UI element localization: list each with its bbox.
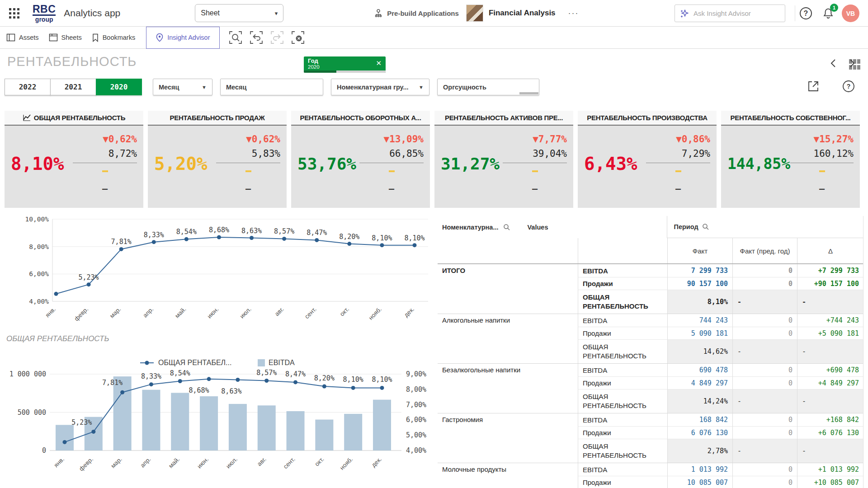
pivot-prev-year-cell[interactable]: - bbox=[732, 389, 797, 413]
pivot-delta-cell[interactable]: +5 090 181 bbox=[797, 327, 863, 339]
data-point[interactable] bbox=[54, 292, 58, 296]
pivot-subheader[interactable]: Δ bbox=[797, 238, 863, 263]
pivot-fact-cell[interactable]: 90 157 100 bbox=[667, 277, 732, 290]
pivot-subheader[interactable]: Факт bbox=[667, 238, 732, 263]
data-point[interactable] bbox=[149, 382, 153, 386]
pivot-measure-cell[interactable]: Продажи bbox=[578, 277, 667, 290]
pivot-fact-cell[interactable]: 5 090 181 bbox=[667, 327, 732, 339]
pivot-fact-cell[interactable]: 744 243 bbox=[667, 314, 732, 327]
data-point[interactable] bbox=[184, 237, 189, 241]
notifications-button[interactable]: 1 bbox=[822, 7, 835, 20]
profitability-combo-chart[interactable]: ОБЩАЯ РЕНТАБЕЛЬНОСТЬОБЩАЯ РЕНТАБЕЛ...EBI… bbox=[5, 331, 432, 488]
pivot-delta-cell[interactable]: +10 085 007 bbox=[797, 476, 863, 488]
user-avatar[interactable]: VB bbox=[842, 5, 859, 22]
pivot-measure-cell[interactable]: EBITDA bbox=[578, 463, 667, 476]
ebitda-bar[interactable] bbox=[315, 420, 333, 450]
year-button-2020[interactable]: 2020 bbox=[96, 79, 142, 95]
bookmarks-button[interactable]: Bookmarks bbox=[92, 33, 136, 42]
pivot-prev-year-cell[interactable]: 0 bbox=[732, 376, 797, 389]
more-options-button[interactable]: ··· bbox=[568, 9, 579, 18]
ebitda-bar[interactable] bbox=[56, 425, 74, 450]
ebitda-bar[interactable] bbox=[171, 393, 189, 450]
clear-selections-icon[interactable] bbox=[290, 30, 306, 45]
data-point[interactable] bbox=[236, 378, 240, 382]
pivot-measure-cell[interactable]: Продажи bbox=[578, 376, 667, 389]
kpi-card[interactable]: ОБЩАЯ РЕНТАБЕЛЬНОСТЬ8,10%▼0,62%8,72%– bbox=[5, 111, 143, 209]
pivot-prev-year-cell[interactable]: 0 bbox=[732, 463, 797, 476]
pivot-subheader[interactable]: Факт (пред. год) bbox=[732, 238, 797, 263]
pivot-prev-year-cell[interactable]: 0 bbox=[732, 327, 797, 339]
sheet-help-icon[interactable]: ? bbox=[842, 80, 855, 93]
pivot-table[interactable]: Номенклатурна...ValuesПериодФактФакт (пр… bbox=[438, 216, 863, 488]
data-point[interactable] bbox=[217, 235, 221, 239]
pivot-prev-year-cell[interactable]: 0 bbox=[732, 264, 797, 277]
pivot-fact-cell[interactable]: 6 076 130 bbox=[667, 426, 732, 439]
data-point[interactable] bbox=[91, 430, 95, 434]
data-point[interactable] bbox=[347, 242, 351, 246]
pivot-fact-cell[interactable]: 1 013 992 bbox=[667, 463, 732, 476]
data-point[interactable] bbox=[315, 238, 319, 242]
pivot-row-dimension[interactable]: Молочные продукты bbox=[438, 463, 578, 488]
pivot-prev-year-cell[interactable]: 0 bbox=[732, 277, 797, 290]
pivot-row-dimension[interactable]: Алкогольные напитки bbox=[438, 314, 578, 363]
pivot-prev-year-cell[interactable]: - bbox=[732, 439, 797, 463]
data-point[interactable] bbox=[119, 247, 123, 251]
pivot-measure-cell[interactable]: EBITDA bbox=[578, 264, 667, 277]
pivot-measure-cell[interactable]: Продажи bbox=[578, 327, 667, 339]
profitability-line-chart[interactable]: 10,00%8,00%6,00%4,00%янв.5,23%февр.7,81%… bbox=[5, 216, 432, 324]
month-listbox[interactable]: Месяц bbox=[220, 79, 323, 95]
undo-selection-icon[interactable] bbox=[249, 30, 264, 45]
pivot-fact-cell[interactable]: 2,78% bbox=[667, 439, 732, 463]
filter-chip-year[interactable]: Год 2020 ✕ bbox=[304, 56, 386, 73]
app-menu-icon[interactable] bbox=[8, 7, 20, 19]
ebitda-bar[interactable] bbox=[287, 411, 305, 450]
redo-selection-icon[interactable] bbox=[269, 30, 285, 45]
pivot-fact-cell[interactable]: 690 478 bbox=[667, 364, 732, 376]
legend-bar-label[interactable]: EBITDA bbox=[269, 359, 295, 366]
year-button-2021[interactable]: 2021 bbox=[50, 79, 96, 95]
pivot-prev-year-cell[interactable]: 0 bbox=[732, 426, 797, 439]
pivot-delta-cell[interactable]: +90 157 100 bbox=[797, 277, 863, 290]
pivot-measure-cell[interactable]: ОБЩАЯ РЕНТАБЕЛЬНОСТЬ bbox=[578, 290, 667, 314]
pivot-fact-cell[interactable]: 4 849 297 bbox=[667, 376, 732, 389]
pivot-delta-cell[interactable]: - bbox=[797, 389, 863, 413]
pivot-row-dimension[interactable]: Гастрономия bbox=[438, 413, 578, 463]
pivot-prev-year-cell[interactable]: - bbox=[732, 339, 797, 363]
data-point[interactable] bbox=[413, 243, 417, 247]
pivot-dimension-header[interactable]: Номенклатурна... bbox=[442, 224, 499, 231]
pivot-row-dimension[interactable]: Безалкогольные напитки bbox=[438, 364, 578, 413]
sheets-button[interactable]: Sheets bbox=[49, 33, 82, 42]
data-point[interactable] bbox=[250, 236, 254, 240]
data-point[interactable] bbox=[87, 282, 91, 286]
data-point[interactable] bbox=[380, 243, 384, 247]
assets-button[interactable]: Assets bbox=[6, 33, 39, 42]
search-icon[interactable] bbox=[503, 224, 510, 231]
data-point[interactable] bbox=[282, 237, 286, 241]
pivot-delta-cell[interactable]: +690 478 bbox=[797, 364, 863, 376]
data-point[interactable] bbox=[351, 386, 355, 390]
data-point[interactable] bbox=[120, 390, 124, 394]
sheet-selector-dropdown[interactable]: Sheet ▾ bbox=[195, 4, 283, 22]
pivot-fact-cell[interactable]: 14,62% bbox=[667, 339, 732, 363]
ebitda-bar[interactable] bbox=[344, 414, 362, 450]
pivot-values-header[interactable]: Values bbox=[528, 224, 548, 231]
insight-advisor-searchbox[interactable] bbox=[675, 5, 785, 22]
data-point[interactable] bbox=[322, 385, 326, 389]
pivot-measure-cell[interactable]: ОБЩАЯ РЕНТАБЕЛЬНОСТЬ bbox=[578, 389, 667, 413]
pivot-delta-cell[interactable]: +6 076 130 bbox=[797, 426, 863, 439]
ebitda-bar[interactable] bbox=[200, 396, 218, 450]
pivot-measure-cell[interactable]: Продажи bbox=[578, 476, 667, 488]
ebitda-bar[interactable] bbox=[373, 400, 391, 450]
pivot-delta-cell[interactable]: +744 243 bbox=[797, 314, 863, 327]
kpi-card[interactable]: РЕНТАБЕЛЬНОСТЬ ПРОИЗВОДСТВА6,43%▼0,86%7,… bbox=[578, 111, 717, 209]
ask-insight-advisor-input[interactable] bbox=[693, 9, 770, 17]
pivot-delta-cell[interactable]: +168 842 bbox=[797, 413, 863, 426]
kpi-card[interactable]: РЕНТАБЕЛЬНОСТЬ АКТИВОВ ПРЕ...31,27%▼7,77… bbox=[434, 111, 573, 209]
pivot-measure-cell[interactable]: EBITDA bbox=[578, 314, 667, 327]
pivot-period-header[interactable]: Период bbox=[674, 223, 698, 230]
kpi-card[interactable]: РЕНТАБЕЛЬНОСТЬ ПРОДАЖ5,20%▼0,62%5,83%– bbox=[148, 111, 287, 209]
pivot-fact-cell[interactable]: 14,24% bbox=[667, 389, 732, 413]
data-point[interactable] bbox=[264, 379, 269, 383]
org-entity-listbox[interactable]: Оргсущность bbox=[437, 79, 539, 95]
month-dropdown[interactable]: Месяц ▼ bbox=[153, 79, 212, 95]
